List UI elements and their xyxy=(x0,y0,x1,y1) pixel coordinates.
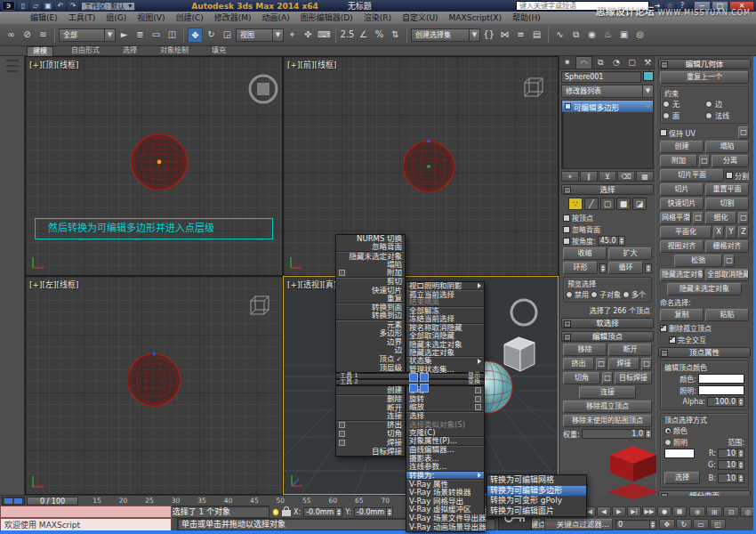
select-and-move-icon[interactable]: ✥ xyxy=(188,28,203,43)
preview-option[interactable]: 多个 xyxy=(623,289,646,299)
preview-option[interactable]: 禁用 xyxy=(566,289,589,299)
vertex-color-swatch[interactable] xyxy=(698,374,744,384)
viewport-front[interactable]: [+][前][线框] xyxy=(283,56,559,276)
preserve-uv-settings-button[interactable]: □ xyxy=(738,126,749,139)
shaded-cube[interactable] xyxy=(495,330,542,375)
preserve-uv-checkbox[interactable] xyxy=(660,129,667,136)
extrude-button[interactable]: 挤出 xyxy=(563,358,594,370)
ring-button[interactable]: 环形 xyxy=(563,262,598,274)
wireframe-sphere[interactable] xyxy=(129,132,189,192)
select-by-color-button[interactable]: 选择 xyxy=(664,472,700,484)
paste-button[interactable]: 粘贴 xyxy=(705,309,749,321)
menu-item[interactable]: 自定义(U) xyxy=(397,12,444,24)
by-angle-checkbox[interactable] xyxy=(563,238,570,245)
chamfer-button[interactable]: 切角 xyxy=(563,372,600,384)
mini-curve-editor-button[interactable] xyxy=(2,497,25,506)
ribbon-tab[interactable]: 自由形式 xyxy=(66,46,105,55)
settings-box-icon[interactable] xyxy=(339,422,345,428)
hierarchy-tab[interactable]: ⧉ xyxy=(592,56,608,69)
grow-button[interactable]: 扩大 xyxy=(608,247,652,260)
quad-menu-item[interactable]: 视口照明和阴影 xyxy=(406,282,484,290)
render-icon[interactable]: ◎ xyxy=(632,28,647,43)
submenu-item[interactable]: 转换为可编辑多边形 xyxy=(487,486,586,497)
cube-object[interactable] xyxy=(248,295,271,318)
curve-editor-icon[interactable]: ∿ xyxy=(552,28,567,43)
quad-menu-item[interactable]: 顶点 xyxy=(336,355,405,364)
chamfer-settings-button[interactable]: □ xyxy=(602,372,613,384)
range-r-spinner[interactable]: 10 xyxy=(718,449,744,458)
menu-item[interactable]: 动画(A) xyxy=(257,12,295,24)
menu-item[interactable]: 组(G) xyxy=(101,12,132,24)
modifier-stack[interactable]: 可编辑多边形 ⁘ xyxy=(561,100,654,169)
snap-toggle-icon[interactable]: 2.5 xyxy=(340,28,355,43)
motion-tab[interactable]: ◔ xyxy=(608,56,624,69)
cut-button[interactable]: 切割 xyxy=(705,198,749,210)
constraint-option[interactable]: 法线 xyxy=(705,110,746,120)
x-coordinate-spinner[interactable]: -0.0mm xyxy=(303,507,342,517)
zoom-icon[interactable]: ⊕ xyxy=(689,506,705,517)
quad-menu-item[interactable]: V-Ray 场景文件导出器 xyxy=(406,514,484,523)
full-interactivity-checkbox[interactable] xyxy=(669,336,676,344)
menu-item[interactable]: 帮助(H) xyxy=(507,12,546,24)
remove-unused-map-vertices-button[interactable]: 移除未使用的贴图顶点 xyxy=(563,415,652,427)
attach-button[interactable]: 附加 xyxy=(660,155,697,167)
constraint-option[interactable]: 无 xyxy=(663,99,704,109)
schematic-view-icon[interactable]: ⧉ xyxy=(568,28,583,43)
view-align-button[interactable]: 视图对齐 xyxy=(660,240,704,253)
make-unique-icon[interactable]: ⊻ xyxy=(599,171,616,182)
mirror-icon[interactable]: ⋈ xyxy=(497,28,512,43)
current-frame-spinner[interactable]: 0 xyxy=(615,520,656,530)
menu-item[interactable]: 创建(C) xyxy=(170,12,208,24)
display-tab[interactable]: ▢ xyxy=(624,56,640,69)
ribbon-tab[interactable]: 选择 xyxy=(117,46,142,55)
align-icon[interactable]: ≡ xyxy=(513,28,528,43)
orbit-icon[interactable]: ↻ xyxy=(676,519,692,530)
redo-icon[interactable]: ↷ xyxy=(68,2,78,11)
alpha-spinner[interactable]: 100.0 xyxy=(707,397,744,407)
rollout-header[interactable]: −编辑顶点 xyxy=(561,331,654,342)
app-logo-icon[interactable]: ϶ xyxy=(2,1,15,11)
select-and-rotate-icon[interactable]: ↻ xyxy=(204,28,219,43)
utilities-tab[interactable]: ⚒ xyxy=(639,56,655,69)
make-planar-button[interactable]: 平面化 xyxy=(660,226,712,239)
loop-spinner[interactable] xyxy=(645,263,652,273)
tessellate-button[interactable]: 细化 xyxy=(705,212,736,224)
layer-manager-icon[interactable]: ▤ xyxy=(529,28,544,43)
slice-button[interactable]: 切片 xyxy=(660,183,704,196)
time-slider[interactable]: 0 / 100 xyxy=(27,497,78,506)
create-button[interactable]: 创建 xyxy=(660,141,704,153)
hide-unselected-button[interactable]: 隐藏未选定对象 xyxy=(667,283,742,295)
submenu-item[interactable]: 转换为可变形 gPoly xyxy=(487,496,586,506)
split-checkbox[interactable] xyxy=(726,172,733,179)
relax-settings-button[interactable]: □ xyxy=(724,255,735,267)
connect-button[interactable]: 连接 xyxy=(579,386,636,399)
menu-item[interactable]: 视图(V) xyxy=(132,12,170,24)
weld-button[interactable]: 焊接 xyxy=(608,358,639,370)
attach-settings-button[interactable]: □ xyxy=(699,155,710,167)
select-and-link-icon[interactable]: ∞ xyxy=(4,28,19,43)
wireframe-sphere[interactable] xyxy=(401,139,456,194)
viewport-top[interactable]: [+][顶][线框] 然后转换为可编辑多边形并进入点层级 xyxy=(25,56,283,276)
vertex-mode-icon[interactable]: ∵ xyxy=(568,198,583,210)
settings-box-icon[interactable] xyxy=(339,270,345,276)
modify-tab[interactable]: ◠ xyxy=(575,56,593,69)
delete-isolated-vertices-checkbox[interactable] xyxy=(660,325,667,332)
configure-modifier-sets-icon[interactable]: ▦ xyxy=(636,171,654,182)
quad-menu-item[interactable]: V-Ray 动画场景导出器 xyxy=(406,522,484,531)
window-crossing-icon[interactable]: ◫ xyxy=(165,28,180,43)
menu-item[interactable]: 工具(T) xyxy=(63,12,101,24)
target-weld-button[interactable]: 目标焊接 xyxy=(615,372,652,384)
range-g-spinner[interactable]: 10 xyxy=(718,460,744,470)
adaptive-degradation-icon[interactable] xyxy=(272,508,280,516)
planar-z-button[interactable]: Z xyxy=(738,226,749,239)
remove-modifier-icon[interactable]: ⌫ xyxy=(617,171,635,182)
macro-recorder-line[interactable] xyxy=(0,506,172,518)
detach-button[interactable]: 分离 xyxy=(712,155,749,167)
select-object-icon[interactable]: ► xyxy=(117,28,132,43)
extrude-settings-button[interactable]: □ xyxy=(596,358,607,370)
rollout-header[interactable]: −顶点属性 xyxy=(658,347,751,358)
undo-icon[interactable]: ↶ xyxy=(55,2,66,11)
viewport-label[interactable]: [+][顶][线框] xyxy=(29,59,79,70)
rendered-frame-icon[interactable]: ▣ xyxy=(616,28,631,43)
quad-menu-item[interactable]: 目标焊接 xyxy=(336,447,405,456)
